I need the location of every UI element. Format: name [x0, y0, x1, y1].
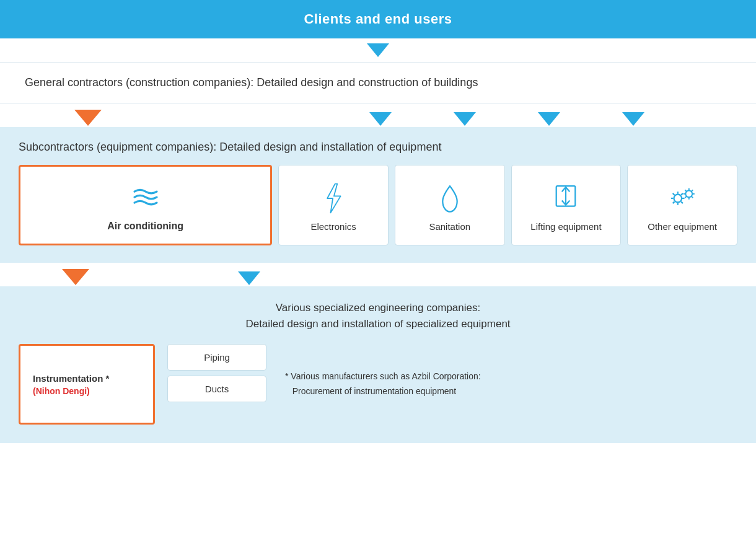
spec-content: Instrumentation * (Nihon Dengi) Piping D… — [19, 344, 737, 425]
arrow-blue-3 — [454, 112, 476, 126]
sanitation-label: Sanitation — [429, 221, 470, 232]
air-conditioning-label: Air conditioning — [107, 221, 183, 232]
electronics-label: Electronics — [310, 221, 356, 232]
svg-line-10 — [673, 201, 675, 203]
other-equipment-icon — [666, 182, 699, 215]
arrow-orange-2 — [62, 269, 89, 285]
equip-other: Other equipment — [627, 165, 737, 245]
arrow-blue-2 — [369, 112, 392, 126]
spec-section: Various specialized engineering companie… — [0, 286, 756, 443]
page-header: Clients and end users — [0, 0, 756, 38]
spec-instrumentation-box: Instrumentation * (Nihon Dengi) — [19, 344, 155, 425]
svg-line-11 — [681, 193, 683, 195]
header-title: Clients and end users — [304, 11, 452, 27]
spec-title: Various specialized engineering companie… — [19, 300, 737, 332]
svg-line-8 — [673, 193, 675, 195]
svg-line-17 — [685, 190, 687, 192]
arrow-blue-5 — [622, 112, 644, 126]
lifting-icon — [549, 182, 582, 215]
air-conditioning-icon — [129, 181, 162, 214]
spec-ducts: Ducts — [167, 376, 266, 402]
sub-section: Subcontractors (equipment companies): De… — [0, 127, 756, 263]
electronics-icon — [317, 182, 350, 215]
lifting-label: Lifting equipment — [530, 221, 601, 232]
arrow-blue-6 — [238, 271, 260, 285]
spec-note: * Various manufacturers such as Azbil Co… — [285, 369, 481, 399]
spec-instrumentation-title: Instrumentation * — [33, 373, 109, 384]
equip-electronics: Electronics — [278, 165, 389, 245]
gc-text: General contractors (construction compan… — [25, 76, 478, 89]
svg-marker-0 — [327, 183, 341, 213]
sub-title: Subcontractors (equipment companies): De… — [19, 141, 737, 154]
spec-piping: Piping — [167, 344, 266, 371]
equip-air-conditioning: Air conditioning — [19, 165, 272, 245]
svg-line-19 — [685, 196, 687, 198]
gc-section: General contractors (construction compan… — [0, 62, 756, 104]
spec-items: Piping Ducts — [167, 344, 266, 402]
other-label: Other equipment — [648, 221, 717, 232]
arrow-blue-4 — [538, 112, 560, 126]
equip-lifting: Lifting equipment — [511, 165, 622, 245]
equip-sanitation: Sanitation — [395, 165, 505, 245]
sanitation-icon — [433, 182, 467, 215]
svg-point-12 — [686, 190, 693, 197]
arrow-orange-1 — [74, 110, 102, 126]
svg-line-20 — [692, 190, 693, 192]
svg-line-18 — [692, 196, 693, 198]
svg-line-9 — [681, 201, 683, 203]
spec-instrumentation-subtitle: (Nihon Dengi) — [33, 386, 90, 396]
arrow-down-1 — [367, 43, 389, 57]
equipment-row: Air conditioning Electronics Sanitation … — [19, 165, 737, 245]
svg-point-3 — [674, 194, 682, 202]
